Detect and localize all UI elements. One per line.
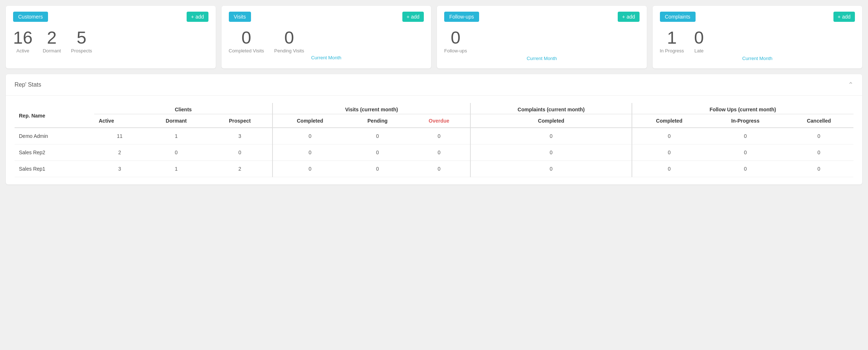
customers-add-button[interactable]: + add	[187, 12, 208, 22]
cell-fu-inprogress: 0	[706, 161, 784, 177]
collapse-icon[interactable]: ⌃	[848, 81, 853, 89]
cell-fu-completed: 0	[632, 128, 706, 144]
cell-dormant: 1	[145, 161, 207, 177]
cell-fu-cancelled: 0	[784, 144, 853, 161]
cell-vis-overdue: 0	[408, 161, 470, 177]
cell-fu-inprogress: 0	[706, 128, 784, 144]
followups-current-month[interactable]: Current Month	[444, 56, 640, 61]
cell-comp-completed: 0	[470, 128, 632, 144]
cell-active: 3	[94, 161, 145, 177]
group-complaints: Complaints (current month)	[470, 103, 632, 114]
col-vis-completed: Completed	[272, 114, 347, 128]
customers-prospects-number: 5	[77, 29, 87, 47]
complaints-inprogress-number: 1	[667, 29, 677, 47]
customers-active-label: Active	[16, 48, 29, 53]
cell-vis-completed: 0	[272, 144, 347, 161]
cell-fu-completed: 0	[632, 144, 706, 161]
followups-stats: 0 Follow-ups Current Month	[444, 29, 640, 61]
customers-dormant-label: Dormant	[43, 48, 61, 53]
rep-stats-title: Rep' Stats	[15, 81, 41, 88]
followups-count-label: Follow-ups	[444, 48, 467, 53]
complaints-late-stat: 0 Late	[694, 29, 704, 53]
table-row: Sales Rep2 2 0 0 0 0 0 0 0 0 0	[15, 144, 853, 161]
col-fu-cancelled: Cancelled	[784, 114, 853, 128]
col-vis-pending: Pending	[347, 114, 408, 128]
cell-prospect: 2	[207, 161, 272, 177]
followups-add-button[interactable]: + add	[618, 12, 639, 22]
cell-rep-name: Demo Admin	[15, 128, 94, 144]
cell-vis-pending: 0	[347, 144, 408, 161]
customers-dormant-number: 2	[47, 29, 57, 47]
visits-completed-label: Completed Visits	[229, 48, 264, 53]
table-row: Demo Admin 11 1 3 0 0 0 0 0 0 0	[15, 128, 853, 144]
visits-current-month[interactable]: Current Month	[229, 55, 424, 60]
cell-fu-completed: 0	[632, 161, 706, 177]
cell-active: 2	[94, 144, 145, 161]
cell-rep-name: Sales Rep2	[15, 144, 94, 161]
table-row: Sales Rep1 3 1 2 0 0 0 0 0 0 0	[15, 161, 853, 177]
cell-vis-completed: 0	[272, 128, 347, 144]
visits-button[interactable]: Visits	[229, 12, 251, 22]
complaints-stats: 1 In Progress 0 Late Current Month	[660, 29, 855, 61]
cell-dormant: 0	[145, 144, 207, 161]
group-visits: Visits (current month)	[272, 103, 470, 114]
cell-vis-pending: 0	[347, 161, 408, 177]
col-comp-completed: Completed	[470, 114, 632, 128]
col-fu-completed: Completed	[632, 114, 706, 128]
cell-prospect: 0	[207, 144, 272, 161]
rep-stats-section: Rep' Stats ⌃ Rep. Name Clients Visits (c…	[6, 74, 862, 184]
col-dormant: Dormant	[145, 114, 207, 128]
customers-stats: 16 Active 2 Dormant 5 Prospects	[13, 29, 208, 53]
visits-pending-label: Pending Visits	[274, 48, 304, 53]
cell-fu-cancelled: 0	[784, 161, 853, 177]
customers-prospects-stat: 5 Prospects	[71, 29, 92, 53]
visits-completed-number: 0	[242, 29, 251, 47]
cell-comp-completed: 0	[470, 161, 632, 177]
customers-button[interactable]: Customers	[13, 12, 48, 22]
followups-button[interactable]: Follow-ups	[444, 12, 479, 22]
group-clients: Clients	[94, 103, 272, 114]
followups-stats-numbers: 0 Follow-ups	[444, 29, 640, 53]
group-followups: Follow Ups (current month)	[632, 103, 853, 114]
col-rep-name: Rep. Name	[15, 103, 94, 128]
cell-rep-name: Sales Rep1	[15, 161, 94, 177]
cell-fu-inprogress: 0	[706, 144, 784, 161]
visits-card: Visits + add 0 Completed Visits 0 Pendin…	[222, 6, 431, 68]
cell-dormant: 1	[145, 128, 207, 144]
customers-prospects-label: Prospects	[71, 48, 92, 53]
customers-active-number: 16	[13, 29, 32, 47]
complaints-late-number: 0	[694, 29, 704, 47]
top-cards-row: Customers + add 16 Active 2 Dormant 5 Pr…	[0, 0, 868, 74]
complaints-button[interactable]: Complaints	[660, 12, 696, 22]
cell-active: 11	[94, 128, 145, 144]
followups-count-stat: 0 Follow-ups	[444, 29, 467, 53]
customers-active-stat: 16 Active	[13, 29, 32, 53]
followups-count-number: 0	[451, 29, 461, 47]
complaints-add-button[interactable]: + add	[833, 12, 855, 22]
rep-stats-header: Rep' Stats ⌃	[6, 74, 862, 96]
cell-vis-pending: 0	[347, 128, 408, 144]
cell-vis-overdue: 0	[408, 144, 470, 161]
col-fu-inprogress: In-Progress	[706, 114, 784, 128]
customers-card: Customers + add 16 Active 2 Dormant 5 Pr…	[6, 6, 216, 68]
complaints-late-label: Late	[694, 48, 704, 53]
cell-vis-completed: 0	[272, 161, 347, 177]
visits-stats-numbers: 0 Completed Visits 0 Pending Visits	[229, 29, 424, 53]
followups-card: Follow-ups + add 0 Follow-ups Current Mo…	[437, 6, 647, 68]
cell-comp-completed: 0	[470, 144, 632, 161]
complaints-inprogress-label: In Progress	[660, 48, 684, 53]
customers-dormant-stat: 2 Dormant	[43, 29, 61, 53]
cell-prospect: 3	[207, 128, 272, 144]
cell-fu-cancelled: 0	[784, 128, 853, 144]
cell-vis-overdue: 0	[408, 128, 470, 144]
complaints-card-header: Complaints + add	[660, 12, 855, 22]
col-prospect: Prospect	[207, 114, 272, 128]
visits-completed-stat: 0 Completed Visits	[229, 29, 264, 53]
complaints-stats-numbers: 1 In Progress 0 Late	[660, 29, 855, 53]
complaints-current-month[interactable]: Current Month	[660, 56, 855, 61]
rep-table-wrapper: Rep. Name Clients Visits (current month)…	[6, 96, 862, 184]
visits-add-button[interactable]: + add	[402, 12, 424, 22]
complaints-inprogress-stat: 1 In Progress	[660, 29, 684, 53]
followups-card-header: Follow-ups + add	[444, 12, 640, 22]
col-active: Active	[94, 114, 145, 128]
